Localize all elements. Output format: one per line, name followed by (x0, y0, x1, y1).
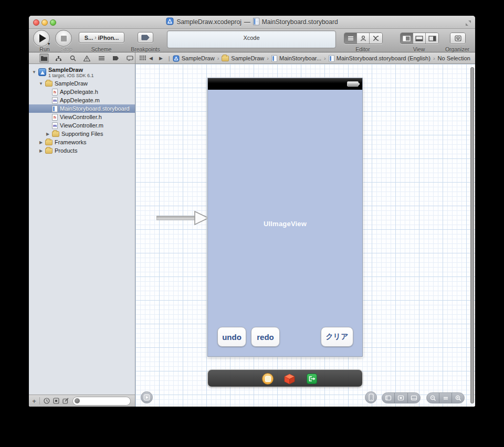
battery-icon (347, 81, 359, 87)
related-items-icon[interactable] (140, 55, 146, 61)
view-controller-object-icon[interactable] (262, 373, 274, 385)
stop-button[interactable] (55, 30, 72, 47)
back-button[interactable]: ◀ (149, 56, 153, 61)
activity-text: Xcode (243, 35, 259, 41)
tree-row-project[interactable]: ▼ SampleDraw 1 target, iOS SDK 6.1 (29, 65, 135, 79)
breakpoints-label: Breakpoints (124, 46, 166, 52)
filter-menu-icon[interactable] (75, 398, 80, 403)
scheme-popup[interactable]: S... › iPhon... (79, 32, 124, 43)
title-document-name: MainStoryboard.storyboard (262, 18, 338, 26)
clear-button[interactable]: クリア (321, 327, 353, 347)
debug-navigator-button[interactable] (97, 54, 106, 63)
undo-button[interactable]: undo (217, 327, 246, 347)
breadcrumb-project[interactable]: SampleDraw (173, 55, 215, 62)
tree-row-group[interactable]: ▶ Products (29, 146, 135, 155)
tree-row-file-selected[interactable]: MainStoryboard.storyboard (29, 104, 135, 113)
tree-row-group[interactable]: ▼ SampleDraw (29, 79, 135, 88)
symbol-navigator-button[interactable] (54, 54, 63, 63)
tree-item-label: MainStoryboard.storyboard (60, 105, 130, 112)
tree-row-file[interactable]: m ViewController.m (29, 121, 135, 130)
main-toolbar: ▾ Run Stop S... › iPhon... Scheme Breakp… (29, 29, 475, 52)
view-controller-scene[interactable]: UIImageView undo redo クリア (207, 78, 363, 357)
tree-item-label: ViewController.h (60, 114, 102, 120)
exit-icon[interactable] (307, 374, 317, 384)
file-tree: ▼ SampleDraw 1 target, iOS SDK 6.1 ▼ Sam… (29, 65, 135, 155)
tree-row-subgroup[interactable]: ▶ Supporting Files (29, 130, 135, 138)
tree-row-file[interactable]: m AppDelegate.m (29, 96, 135, 104)
log-navigator-button[interactable] (125, 54, 135, 63)
document-outline-toggle[interactable] (141, 391, 153, 403)
assistant-editor-icon (360, 35, 367, 41)
project-navigator-button[interactable] (39, 54, 49, 63)
disclosure-closed-icon[interactable]: ▶ (39, 148, 43, 153)
navigator-panel-button[interactable] (401, 33, 413, 44)
minimize-window-button[interactable] (41, 19, 48, 26)
storyboard-doc-icon (329, 55, 334, 62)
device-form-factor-toggle[interactable] (365, 391, 377, 403)
breadcrumb-localization[interactable]: MainStoryboard.storyboard (English) (329, 55, 430, 62)
utilities-panel-icon (428, 36, 436, 41)
breadcrumb-file[interactable]: MainStoryboar... (271, 55, 321, 62)
first-responder-icon[interactable] (284, 373, 296, 385)
filter-search-input[interactable] (72, 397, 131, 406)
scheme-label: Scheme (86, 46, 117, 52)
search-icon (70, 55, 76, 61)
resolve-issues-button[interactable] (408, 393, 420, 403)
storyboard-doc-icon (271, 55, 277, 62)
disclosure-open-icon[interactable]: ▼ (39, 81, 43, 86)
add-button[interactable]: + (29, 397, 39, 405)
search-navigator-button[interactable] (68, 54, 78, 63)
filterbar-divider (39, 397, 40, 405)
breadcrumb-selection[interactable]: No Selection (438, 55, 470, 61)
zoom-in-button[interactable] (452, 393, 464, 403)
breadcrumb-group[interactable]: SampleDraw (222, 55, 264, 61)
storyboard-canvas[interactable]: UIImageView undo redo クリア (135, 64, 475, 407)
zoom-window-button[interactable] (50, 19, 56, 26)
pin-button[interactable] (395, 393, 407, 403)
disclosure-open-icon[interactable]: ▼ (32, 70, 36, 74)
editor-label: Editor (347, 46, 379, 52)
scene-dock (207, 369, 363, 387)
breakpoints-button[interactable] (138, 32, 153, 43)
disclosure-closed-icon[interactable]: ▶ (39, 140, 43, 145)
uiimageview-placeholder[interactable]: UIImageView (208, 220, 362, 228)
zoom-out-button[interactable] (427, 393, 439, 403)
unsaved-files-button[interactable] (61, 398, 70, 404)
project-name: SampleDraw (48, 67, 94, 73)
standard-editor-icon (347, 35, 354, 41)
scm-status-button[interactable] (51, 398, 61, 404)
tree-row-file[interactable]: h ViewController.h (29, 113, 135, 121)
debug-area-button[interactable] (413, 33, 426, 44)
assistant-editor-button[interactable] (357, 33, 370, 44)
compose-pencil-icon (62, 398, 69, 404)
utilities-panel-button[interactable] (426, 33, 438, 44)
recent-files-button[interactable] (42, 398, 51, 404)
standard-editor-button[interactable] (344, 33, 357, 44)
initial-view-controller-arrow[interactable] (156, 207, 210, 230)
tree-row-file[interactable]: h AppDelegate.h (29, 88, 135, 96)
play-icon (39, 34, 46, 42)
folder-icon (45, 148, 52, 154)
resize-icon[interactable] (465, 19, 471, 28)
zoom-in-icon (455, 395, 461, 401)
breakpoint-navigator-button[interactable] (111, 54, 120, 63)
organizer-button[interactable] (450, 33, 465, 44)
zoom-actual-size-button[interactable] (439, 393, 452, 403)
tree-item-label: SampleDraw (55, 80, 88, 87)
version-editor-button[interactable] (370, 33, 382, 44)
warning-triangle-icon (83, 56, 90, 61)
close-window-button[interactable] (33, 19, 39, 26)
redo-button[interactable]: redo (251, 327, 280, 347)
equals-icon (443, 396, 448, 400)
run-dropdown-caret-icon[interactable]: ▾ (48, 41, 50, 46)
title-bar: SampleDraw.xcodeproj — MainStoryboard.st… (29, 16, 475, 29)
align-button[interactable] (382, 393, 395, 403)
disclosure-closed-icon[interactable]: ▶ (46, 132, 50, 136)
issue-navigator-button[interactable] (82, 54, 92, 63)
debug-area-icon (415, 36, 423, 41)
tree-row-group[interactable]: ▶ Frameworks (29, 138, 135, 146)
vertical-scrollbar[interactable] (470, 67, 474, 403)
align-icon (385, 395, 392, 401)
forward-button[interactable]: ▶ (159, 56, 163, 61)
breadcrumb-group-label: SampleDraw (231, 55, 264, 61)
